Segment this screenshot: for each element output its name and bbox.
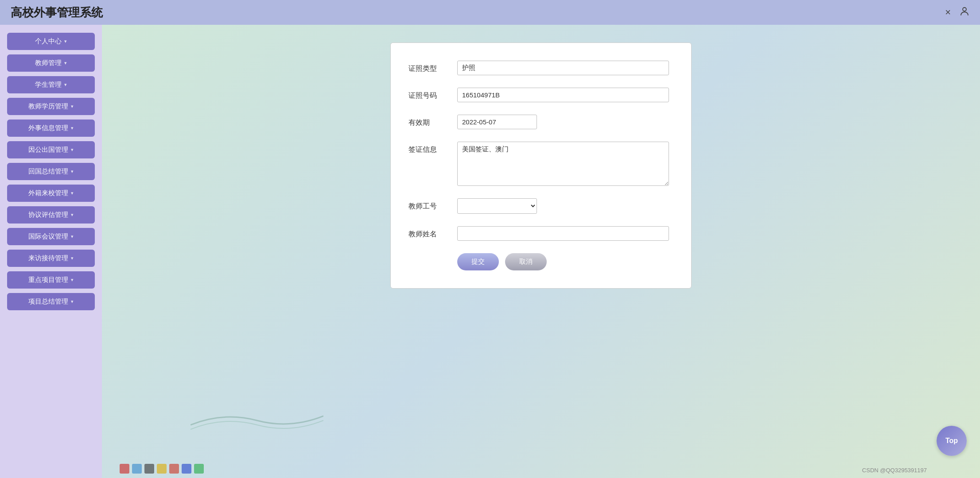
sidebar-label: 外事信息管理 <box>28 124 68 132</box>
validity-label: 有效期 <box>408 115 457 127</box>
sidebar-arrow: ▾ <box>71 277 74 283</box>
sidebar-label: 外籍来校管理 <box>28 189 68 197</box>
sidebar-label: 来访接待管理 <box>28 254 68 262</box>
sidebar-item-key-project-mgmt[interactable]: 重点项目管理 ▾ <box>7 271 95 289</box>
sidebar-item-return-summary-mgmt[interactable]: 回国总结管理 ▾ <box>7 163 95 180</box>
form-card: 证照类型 证照号码 有效期 签证信息 美国签证、澳门 教师工号 <box>390 42 692 289</box>
visa-info-textarea[interactable]: 美国签证、澳门 <box>457 142 669 186</box>
cert-type-input[interactable] <box>457 61 669 75</box>
teacher-name-input[interactable] <box>457 226 669 241</box>
sidebar-arrow: ▾ <box>64 82 67 88</box>
sidebar-label: 国际会议管理 <box>28 232 68 241</box>
sidebar-arrow: ▾ <box>71 147 74 153</box>
header-actions: × <box>945 6 969 19</box>
icon-red <box>120 464 129 474</box>
sidebar-arrow: ▾ <box>71 104 74 109</box>
form-buttons: 提交 取消 <box>457 253 669 270</box>
top-button[interactable]: Top <box>937 426 967 456</box>
sidebar-label: 个人中心 <box>35 37 62 46</box>
sidebar-item-project-summary-mgmt[interactable]: 项目总结管理 ▾ <box>7 293 95 310</box>
icon-yellow <box>157 464 167 474</box>
icon-blue <box>132 464 142 474</box>
wave-decoration <box>191 407 323 434</box>
sidebar-label: 项目总结管理 <box>28 297 68 306</box>
svg-point-0 <box>963 8 966 11</box>
teacher-name-row: 教师姓名 <box>408 226 669 241</box>
sidebar-item-agreement-eval-mgmt[interactable]: 协议评估管理 ▾ <box>7 206 95 224</box>
cert-type-row: 证照类型 <box>408 61 669 75</box>
icon-black <box>144 464 154 474</box>
visa-info-row: 签证信息 美国签证、澳门 <box>408 142 669 186</box>
visa-info-label: 签证信息 <box>408 142 457 154</box>
sidebar-item-teacher-mgmt[interactable]: 教师管理 ▾ <box>7 54 95 72</box>
teacher-name-label: 教师姓名 <box>408 226 457 239</box>
main-content: 证照类型 证照号码 有效期 签证信息 美国签证、澳门 教师工号 <box>102 25 980 478</box>
icon-navy <box>182 464 191 474</box>
sidebar-item-intl-conference-mgmt[interactable]: 国际会议管理 ▾ <box>7 228 95 245</box>
sidebar-label: 重点项目管理 <box>28 276 68 284</box>
validity-row: 有效期 <box>408 115 669 129</box>
sidebar-item-student-mgmt[interactable]: 学生管理 ▾ <box>7 76 95 93</box>
sidebar-arrow: ▾ <box>71 299 74 305</box>
sidebar-item-overseas-trip-mgmt[interactable]: 因公出国管理 ▾ <box>7 141 95 158</box>
sidebar-arrow: ▾ <box>71 255 74 261</box>
cert-type-label: 证照类型 <box>408 61 457 73</box>
sidebar-item-foreign-visit-mgmt[interactable]: 外籍来校管理 ▾ <box>7 185 95 202</box>
sidebar-item-teacher-edu-mgmt[interactable]: 教师学历管理 ▾ <box>7 98 95 115</box>
validity-input[interactable] <box>457 115 537 129</box>
sidebar-label: 教师管理 <box>35 59 62 67</box>
cert-num-label: 证照号码 <box>408 88 457 100</box>
sidebar-label: 协议评估管理 <box>28 211 68 219</box>
bottom-icons-row <box>120 464 204 474</box>
teacher-id-row: 教师工号 <box>408 198 669 214</box>
header: 高校外事管理系统 × <box>0 0 980 25</box>
teacher-id-label: 教师工号 <box>408 198 457 211</box>
sidebar-arrow: ▾ <box>71 190 74 196</box>
csdn-text: CSDN @QQ3295391197 <box>862 467 927 474</box>
user-button[interactable] <box>960 6 969 19</box>
sidebar-label: 因公出国管理 <box>28 146 68 154</box>
sidebar-arrow: ▾ <box>71 125 74 131</box>
csdn-info: CSDN @QQ3295391197 <box>862 467 927 474</box>
sidebar-arrow: ▾ <box>64 60 67 66</box>
sidebar-arrow: ▾ <box>71 234 74 239</box>
sidebar-item-visitor-reception-mgmt[interactable]: 来访接待管理 ▾ <box>7 250 95 267</box>
sidebar: 个人中心 ▾ 教师管理 ▾ 学生管理 ▾ 教师学历管理 ▾ 外事信息管理 ▾ 因… <box>0 25 102 478</box>
main-layout: 个人中心 ▾ 教师管理 ▾ 学生管理 ▾ 教师学历管理 ▾ 外事信息管理 ▾ 因… <box>0 25 980 478</box>
icon-red2 <box>169 464 179 474</box>
sidebar-label: 回国总结管理 <box>28 167 68 176</box>
submit-button[interactable]: 提交 <box>457 253 499 270</box>
sidebar-item-personal-center[interactable]: 个人中心 ▾ <box>7 33 95 50</box>
teacher-id-select[interactable] <box>457 198 537 214</box>
icon-green <box>194 464 204 474</box>
sidebar-arrow: ▾ <box>71 169 74 174</box>
sidebar-arrow: ▾ <box>64 39 67 44</box>
app-title: 高校外事管理系统 <box>11 5 103 20</box>
sidebar-label: 学生管理 <box>35 81 62 89</box>
sidebar-label: 教师学历管理 <box>28 102 68 111</box>
sidebar-item-foreign-affairs-mgmt[interactable]: 外事信息管理 ▾ <box>7 120 95 137</box>
sidebar-arrow: ▾ <box>71 212 74 218</box>
cancel-button[interactable]: 取消 <box>505 253 547 270</box>
close-button[interactable]: × <box>945 7 951 18</box>
cert-num-row: 证照号码 <box>408 88 669 102</box>
cert-num-input[interactable] <box>457 88 669 102</box>
